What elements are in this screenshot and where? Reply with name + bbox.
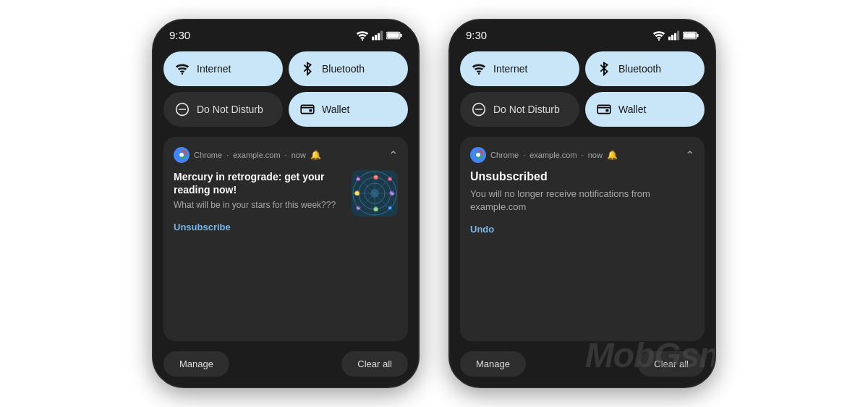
svg-rect-6 xyxy=(400,33,401,37)
tile-internet-2[interactable]: Internet xyxy=(460,51,579,86)
status-time-1: 9:30 xyxy=(169,29,190,41)
notif-unsub-content: Unsubscribed You will no longer receive … xyxy=(470,170,694,235)
wifi-tile-icon-1 xyxy=(175,62,190,76)
svg-rect-32 xyxy=(671,35,673,40)
svg-rect-2 xyxy=(375,35,377,40)
notif-unsub-body: You will no longer receive notifications… xyxy=(470,188,694,214)
expand-icon-1[interactable]: ⌃ xyxy=(388,148,398,162)
astro-wheel-svg-1: ♈ ♎ ♋ ♑ ♓ ♒ ♐ ♑ xyxy=(352,170,398,217)
bluetooth-tile-icon-1 xyxy=(300,62,315,76)
notif-content-1: Mercury in retrograde: get your reading … xyxy=(174,170,398,233)
chrome-icon-2 xyxy=(470,147,486,163)
notification-card-2: Chrome · example.com · now 🔔 ⌃ Unsubscri… xyxy=(460,137,705,341)
tile-wallet-label-2: Wallet xyxy=(618,104,646,115)
dnd-tile-icon-1 xyxy=(175,102,190,117)
svg-rect-3 xyxy=(378,33,380,40)
expand-icon-2[interactable]: ⌃ xyxy=(685,148,694,162)
tile-wallet-1[interactable]: Wallet xyxy=(289,92,408,127)
svg-rect-37 xyxy=(684,33,696,38)
notif-text-1: Mercury in retrograde: get your reading … xyxy=(174,170,344,233)
svg-rect-1 xyxy=(372,36,374,40)
svg-text:♑: ♑ xyxy=(356,206,361,211)
tile-internet-1[interactable]: Internet xyxy=(163,51,283,86)
clear-all-button-2[interactable]: Clear all xyxy=(638,351,705,377)
svg-rect-4 xyxy=(380,30,383,40)
notif-source-2: example.com xyxy=(529,151,576,159)
tile-dnd-1[interactable]: Do Not Disturb xyxy=(163,92,283,127)
svg-rect-33 xyxy=(674,33,676,40)
tile-wallet-label-1: Wallet xyxy=(322,104,349,115)
quick-tiles-1: Internet Bluetooth xyxy=(153,46,418,133)
svg-text:♓: ♓ xyxy=(388,177,393,182)
svg-rect-36 xyxy=(697,33,698,37)
tile-bluetooth-1[interactable]: Bluetooth xyxy=(289,51,408,86)
notif-dot-1: · xyxy=(226,151,229,159)
wifi-status-icon-2 xyxy=(652,30,665,41)
status-bar-2: 9:30 xyxy=(450,20,715,46)
signal-icon-1 xyxy=(372,30,383,41)
status-bar-1: 9:30 xyxy=(153,20,418,46)
unsubscribe-button-1[interactable]: Unsubscribe xyxy=(174,222,231,232)
phone-1: 9:30 xyxy=(152,19,420,388)
svg-text:♒: ♒ xyxy=(356,177,361,182)
svg-text:♈: ♈ xyxy=(373,175,379,180)
phone-2: 9:30 xyxy=(448,19,716,388)
svg-point-38 xyxy=(478,72,480,75)
svg-rect-11 xyxy=(301,105,314,113)
svg-rect-7 xyxy=(387,33,399,38)
notif-dot2-2: · xyxy=(582,151,584,159)
tile-bluetooth-2[interactable]: Bluetooth xyxy=(585,51,705,86)
notif-header-left-1: Chrome · example.com · now 🔔 xyxy=(174,147,321,163)
svg-rect-42 xyxy=(605,109,608,112)
undo-button[interactable]: Undo xyxy=(470,224,494,235)
notification-card-1: Chrome · example.com · now 🔔 ⌃ Mercury i… xyxy=(163,137,408,341)
bell-icon-2: 🔔 xyxy=(607,150,618,160)
status-icons-2 xyxy=(652,30,699,41)
wallet-tile-icon-1 xyxy=(300,102,315,117)
status-time-2: 9:30 xyxy=(466,29,487,41)
wifi-status-icon-1 xyxy=(356,30,369,41)
tile-dnd-2[interactable]: Do Not Disturb xyxy=(460,92,579,127)
tile-bluetooth-label-1: Bluetooth xyxy=(322,63,365,75)
battery-icon-1 xyxy=(386,31,402,40)
tile-bluetooth-label-2: Bluetooth xyxy=(618,63,661,75)
notif-header-left-2: Chrome · example.com · now 🔔 xyxy=(470,147,618,163)
notif-source-1: example.com xyxy=(233,151,280,159)
status-icons-1 xyxy=(356,30,402,41)
notif-action-1: Unsubscribe xyxy=(174,220,344,233)
bottom-bar-2: Manage Clear all xyxy=(450,347,715,387)
svg-rect-41 xyxy=(597,105,610,113)
manage-button-1[interactable]: Manage xyxy=(163,351,229,377)
tile-internet-label-1: Internet xyxy=(197,63,231,75)
svg-text:♎: ♎ xyxy=(373,206,379,212)
notif-body-1: What will be in your stars for this week… xyxy=(174,199,344,211)
svg-rect-34 xyxy=(677,30,679,40)
tile-wallet-2[interactable]: Wallet xyxy=(585,92,705,127)
notif-header-2: Chrome · example.com · now 🔔 ⌃ xyxy=(470,147,694,163)
notif-dot-2: · xyxy=(523,151,525,159)
notif-unsub-title: Unsubscribed xyxy=(470,170,694,183)
tile-dnd-label-1: Do Not Disturb xyxy=(197,104,263,115)
dnd-tile-icon-2 xyxy=(472,102,486,117)
notif-time-1: now xyxy=(292,151,306,159)
bluetooth-tile-icon-2 xyxy=(597,62,611,76)
notif-app-name-2: Chrome xyxy=(490,151,519,159)
notif-app-name-1: Chrome xyxy=(194,151,222,159)
svg-point-30 xyxy=(658,38,660,40)
manage-button-2[interactable]: Manage xyxy=(460,351,526,377)
chrome-icon-1 xyxy=(174,147,190,163)
svg-rect-31 xyxy=(668,36,671,40)
svg-rect-12 xyxy=(309,109,312,112)
clear-all-button-1[interactable]: Clear all xyxy=(341,351,408,377)
signal-icon-2 xyxy=(668,30,680,41)
tile-internet-label-2: Internet xyxy=(493,63,527,75)
svg-text:♋: ♋ xyxy=(354,190,360,196)
tile-dnd-label-2: Do Not Disturb xyxy=(493,104,560,115)
svg-point-0 xyxy=(362,38,363,40)
bottom-bar-1: Manage Clear all xyxy=(153,347,418,387)
notif-header-1: Chrome · example.com · now 🔔 ⌃ xyxy=(174,147,398,163)
bell-icon-1: 🔔 xyxy=(310,150,321,160)
wifi-tile-icon-2 xyxy=(472,62,486,76)
svg-text:♑: ♑ xyxy=(389,190,395,196)
notif-dot2-1: · xyxy=(285,151,287,159)
